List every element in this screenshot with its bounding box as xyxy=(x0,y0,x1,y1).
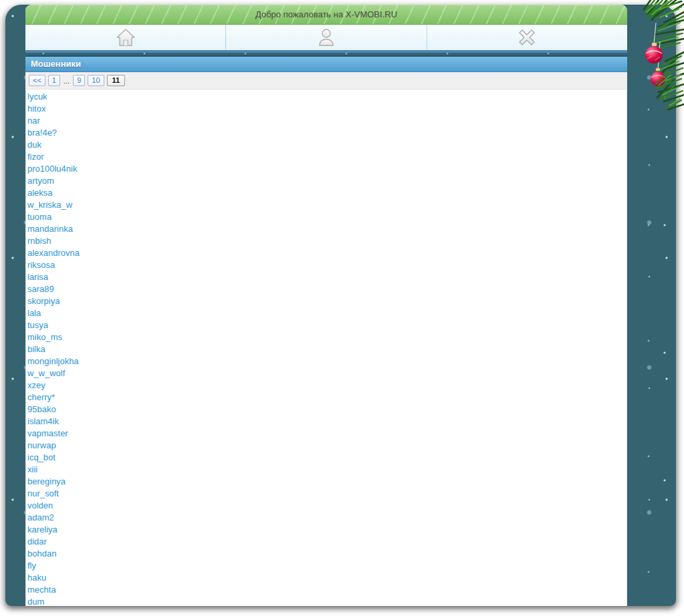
username-link[interactable]: bereginya xyxy=(27,476,626,488)
username-link[interactable]: riksosa xyxy=(27,259,626,271)
section-title: Мошенники xyxy=(31,59,81,69)
username-link[interactable]: aleksa xyxy=(27,187,626,199)
username-link[interactable]: bohdan xyxy=(27,548,626,560)
pagination: <<1...91011 xyxy=(25,72,627,90)
username-link[interactable]: volden xyxy=(27,500,626,512)
username-link[interactable]: fizor xyxy=(27,151,626,163)
username-link[interactable]: nar xyxy=(27,115,626,127)
username-link[interactable]: tuoma xyxy=(27,211,626,223)
username-link[interactable]: tusya xyxy=(27,319,626,331)
username-link[interactable]: didar xyxy=(27,536,626,548)
username-link[interactable]: bra!4e? xyxy=(27,127,626,139)
home-icon xyxy=(115,27,136,47)
username-link[interactable]: mechta xyxy=(27,584,626,596)
pagination-prev-button[interactable]: << xyxy=(29,75,45,86)
username-link[interactable]: xzey xyxy=(27,379,626,392)
username-link[interactable]: lycuk xyxy=(27,91,626,103)
page: { "header": { "welcome": "Добро пожалова… xyxy=(0,0,684,616)
pagination-page-link[interactable]: 10 xyxy=(88,75,104,86)
username-link[interactable]: alexandrovna xyxy=(27,247,626,259)
nav-item-profile[interactable] xyxy=(226,25,427,50)
username-link[interactable]: bilka xyxy=(27,343,626,355)
welcome-text: Добро пожаловать на X-VMOBI.RU xyxy=(255,9,397,19)
username-link[interactable]: hitox xyxy=(27,103,626,115)
username-link[interactable]: vapmaster xyxy=(27,428,626,440)
username-link[interactable]: nurwap xyxy=(27,440,626,452)
pagination-current-page: 11 xyxy=(107,75,126,86)
username-link[interactable]: fly xyxy=(27,560,626,572)
section-title-bar: Мошенники xyxy=(25,55,627,72)
username-link[interactable]: miko_ms xyxy=(27,331,626,343)
username-link[interactable]: icq_bot xyxy=(27,452,626,464)
pagination-page-link[interactable]: 9 xyxy=(73,75,85,86)
username-link[interactable]: skorpiya xyxy=(27,295,626,307)
welcome-header: Добро пожаловать на X-VMOBI.RU xyxy=(25,5,627,25)
username-link[interactable]: mandarinka xyxy=(27,223,626,235)
username-link[interactable]: larisa xyxy=(27,271,626,283)
username-link[interactable]: lala xyxy=(27,307,626,319)
nav-item-home[interactable] xyxy=(25,25,226,50)
nav-item-close[interactable] xyxy=(427,25,627,50)
person-icon xyxy=(316,27,337,47)
username-link[interactable]: islam4ik xyxy=(27,416,626,428)
username-link[interactable]: artyom xyxy=(27,175,626,187)
username-link[interactable]: nur_soft xyxy=(27,488,626,500)
username-link[interactable]: w_kriska_w xyxy=(27,199,626,211)
pagination-ellipsis: ... xyxy=(63,77,70,85)
username-link[interactable]: w_w_wolf xyxy=(27,367,626,379)
username-link[interactable]: pro100lu4nik xyxy=(27,163,626,175)
username-link[interactable]: duk xyxy=(27,139,626,151)
username-link[interactable]: monginljokha xyxy=(27,355,626,367)
scammer-list: lycukhitoxnarbra!4e?dukfizorpro100lu4nik… xyxy=(25,90,627,606)
username-link[interactable]: adam2 xyxy=(27,512,626,524)
username-link[interactable]: kareliya xyxy=(27,524,626,536)
username-link[interactable]: dum xyxy=(27,596,626,606)
username-link[interactable]: cherry* xyxy=(27,392,626,404)
pagination-page-link[interactable]: 1 xyxy=(48,75,60,86)
username-link[interactable]: haku xyxy=(27,572,626,584)
close-x-icon xyxy=(516,27,538,47)
main-menu-bar xyxy=(25,25,627,53)
username-link[interactable]: 95bako xyxy=(27,404,626,416)
username-link[interactable]: sara89 xyxy=(27,283,626,295)
username-link[interactable]: xiii xyxy=(27,464,626,476)
username-link[interactable]: rnbish xyxy=(27,235,626,247)
site-background-panel: Добро пожаловать на X-VMOBI.RU xyxy=(5,5,676,606)
content-column: Добро пожаловать на X-VMOBI.RU xyxy=(25,5,627,606)
